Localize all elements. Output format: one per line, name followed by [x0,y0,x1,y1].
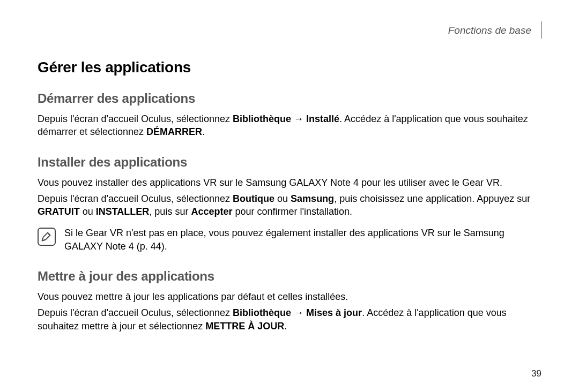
note-icon [38,228,56,246]
bold-text: METTRE À JOUR [205,321,284,331]
bold-text: Boutique [233,193,274,204]
text: Depuis l'écran d'accueil Oculus, sélecti… [38,193,233,204]
section-mettre-a-jour: Mettre à jour des applications Vous pouv… [38,269,541,333]
page-number: 39 [531,368,541,379]
heading-mettre-a-jour: Mettre à jour des applications [38,269,541,284]
bold-text: GRATUIT [38,206,80,217]
bold-text: Mises à jour [306,307,362,318]
bold-text: DÉMARRER [146,126,202,137]
note-text: Si le Gear VR n'est pas en place, vous p… [64,227,541,253]
paragraph: Depuis l'écran d'accueil Oculus, sélecti… [38,192,541,218]
text: . [202,126,205,137]
text: ou [80,206,96,217]
bold-text: Bibliothèque [233,114,291,124]
text: Depuis l'écran d'accueil Oculus, sélecti… [38,307,233,318]
note-block: Si le Gear VR n'est pas en place, vous p… [38,227,541,253]
pencil-note-icon [41,231,53,243]
text: , puis choisissez une application. Appuy… [334,193,530,204]
heading-demarrer: Démarrer des applications [38,91,541,106]
arrow-text: → [291,307,306,318]
bold-text: Samsung [291,193,334,204]
bold-text: INSTALLER [96,206,150,217]
text: ou [274,193,291,204]
paragraph: Vous pouvez mettre à jour les applicatio… [38,290,541,303]
text: Depuis l'écran d'accueil Oculus, sélecti… [38,114,233,124]
section-name: Fonctions de base [448,21,541,39]
paragraph: Depuis l'écran d'accueil Oculus, sélecti… [38,306,541,333]
page-title: Gérer les applications [38,59,541,76]
paragraph: Vous pouvez installer des applications V… [38,176,541,189]
paragraph: Depuis l'écran d'accueil Oculus, sélecti… [38,112,541,139]
heading-installer: Installer des applications [38,155,541,170]
text: . [284,321,287,331]
page-header: Fonctions de base [38,21,541,39]
bold-text: Installé [306,114,339,124]
arrow-text: → [291,114,306,124]
section-demarrer: Démarrer des applications Depuis l'écran… [38,91,541,139]
bold-text: Bibliothèque [233,307,291,318]
document-page: Fonctions de base Gérer les applications… [0,0,579,333]
text: , puis sur [149,206,191,217]
bold-text: Accepter [191,206,232,217]
section-installer: Installer des applications Vous pouvez i… [38,155,541,253]
text: pour confirmer l'installation. [232,206,352,217]
